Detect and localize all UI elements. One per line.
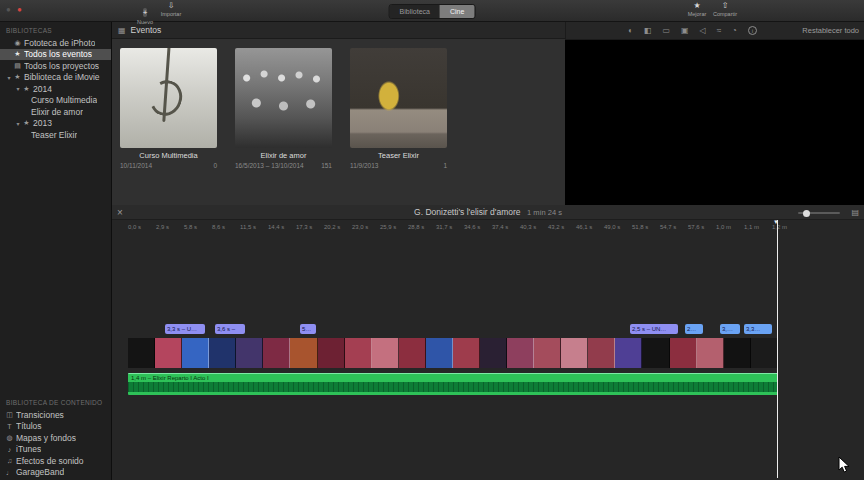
zoom-slider[interactable] — [798, 212, 840, 214]
sidebar-item-label: Mapas y fondos — [16, 433, 76, 443]
timeline-panel: × G. Donizetti's l'elisir d'amore 1 mín … — [112, 205, 864, 480]
clip-thumbnail[interactable] — [182, 338, 209, 368]
ruler-label: 2,9 s — [156, 224, 169, 230]
clip-thumbnail[interactable] — [263, 338, 290, 368]
clip-thumbnail[interactable] — [724, 338, 751, 368]
sidebar-item-todos-los-proyectos[interactable]: ▤Todos los proyectos — [0, 60, 111, 72]
video-preview[interactable] — [565, 40, 864, 205]
sidebar-item-label: 2013 — [33, 118, 52, 128]
sidebar-item-fototeca-de-iphoto[interactable]: ◉Fototeca de iPhoto — [0, 37, 111, 49]
projects-icon: ▤ — [13, 62, 22, 70]
clip-thumbnail[interactable] — [155, 338, 182, 368]
sidebar-item-mapas-y-fondos[interactable]: ◍Mapas y fondos — [0, 432, 111, 444]
reset-all-button[interactable]: Restablecer todo — [802, 26, 859, 35]
sidebar-item-todos-los-eventos[interactable]: ★Todos los eventos — [0, 49, 111, 61]
clip-duration-label[interactable]: 3,6 s – — [215, 324, 245, 334]
clip-thumbnail[interactable] — [697, 338, 724, 368]
disclosure-icon[interactable]: ▾ — [14, 85, 22, 92]
clip-thumbnail[interactable] — [236, 338, 263, 368]
event-card-elixir-de-amor[interactable]: Elixir de amor16/5/2013 – 13/10/2014151 — [235, 48, 332, 169]
crop-icon[interactable]: ▭ — [662, 26, 670, 35]
camera-icon: ◉ — [13, 39, 22, 47]
clip-thumbnail[interactable] — [615, 338, 642, 368]
noise-reduction-icon[interactable]: ≈ — [717, 26, 721, 35]
clip-thumbnail[interactable] — [588, 338, 615, 368]
clip-thumbnail[interactable] — [318, 338, 345, 368]
clip-duration-label[interactable]: 3,3 s – U… — [165, 324, 205, 334]
sidebar-item-teaser-elixir[interactable]: Teaser Elixir — [0, 129, 111, 141]
star-icon: ★ — [22, 119, 31, 127]
ruler-label: 1,1 m — [744, 224, 759, 230]
sidebar-item-2014[interactable]: ▾★2014 — [0, 83, 111, 95]
color-balance-icon[interactable]: ◐ — [628, 26, 633, 35]
ruler-label: 37,4 s — [492, 224, 508, 230]
new-button[interactable]: + Nuevo — [131, 1, 159, 26]
clip-thumbnail[interactable] — [345, 338, 372, 368]
clip-duration-label[interactable]: 5… — [300, 324, 316, 334]
clip-thumbnail[interactable] — [534, 338, 561, 368]
event-thumbnail[interactable] — [120, 48, 217, 148]
clip-thumbnail[interactable] — [670, 338, 697, 368]
ruler-label: 40,3 s — [520, 224, 536, 230]
libraries-header: BIBLIOTECAS — [0, 22, 111, 37]
sidebar-item-biblioteca-de-imovie[interactable]: ▾★Biblioteca de iMovie — [0, 72, 111, 84]
event-date: 11/9/2013 — [350, 162, 378, 169]
sidebar-item-titulos[interactable]: TTítulos — [0, 421, 111, 433]
sidebar-item-curso-multimedia[interactable]: Curso Multimedia — [0, 95, 111, 107]
event-card-teaser-elixir[interactable]: Teaser Elixir11/9/20131 — [350, 48, 447, 169]
clip-thumbnail[interactable] — [642, 338, 669, 368]
import-button[interactable]: ⇩ Importar — [157, 1, 185, 18]
color-correction-icon[interactable]: ◧ — [644, 26, 652, 35]
sidebar-item-2013[interactable]: ▾★2013 — [0, 118, 111, 130]
grid-icon[interactable]: ▦ — [118, 26, 126, 35]
clip-thumbnail[interactable] — [751, 338, 778, 368]
timeline-ruler[interactable]: 0,0 s2,9 s5,8 s8,6 s11,5 s14,4 s17,3 s20… — [112, 220, 864, 233]
clip-thumbnail[interactable] — [372, 338, 399, 368]
mouse-cursor — [838, 456, 850, 478]
share-button[interactable]: ⇧ Compartir — [711, 1, 739, 18]
clip-duration-label[interactable]: 3,3… — [744, 324, 772, 334]
clip-thumbnail[interactable] — [128, 338, 155, 368]
sidebar-item-label: Títulos — [16, 421, 42, 431]
clip-thumbnail[interactable] — [426, 338, 453, 368]
event-count: 1 — [443, 162, 447, 169]
sidebar-item-itunes[interactable]: ♪iTunes — [0, 444, 111, 456]
info-icon[interactable]: i — [748, 26, 757, 35]
clip-thumbnail[interactable] — [507, 338, 534, 368]
event-thumbnail[interactable] — [235, 48, 332, 148]
disclosure-icon[interactable]: ▾ — [14, 120, 22, 127]
disclosure-icon[interactable]: ▾ — [5, 74, 13, 81]
settings-icon[interactable]: ▤ — [851, 206, 859, 219]
garageband-icon: ♩ — [5, 469, 14, 476]
sidebar-item-transiciones[interactable]: ◫Transiciones — [0, 409, 111, 421]
clip-thumbnail[interactable] — [209, 338, 236, 368]
event-thumbnail[interactable] — [350, 48, 447, 148]
clip-duration-label[interactable]: 2… — [685, 324, 703, 334]
audio-clip[interactable]: 1,4 m – Elixir Reparto I Acto I — [128, 373, 778, 395]
clip-duration-label[interactable]: 2,5 s – UN… — [630, 324, 678, 334]
import-icon: ⇩ — [157, 1, 185, 11]
enhance-button[interactable]: ★ Mejorar — [683, 1, 711, 18]
tab-biblioteca[interactable]: Biblioteca — [390, 5, 440, 18]
clip-duration-label[interactable]: 3,… — [720, 324, 740, 334]
clip-thumbnail[interactable] — [561, 338, 588, 368]
event-card-curso-multimedia[interactable]: Curso Multimedia10/11/20140 — [120, 48, 217, 169]
speed-icon[interactable]: ◔ — [732, 26, 737, 35]
volume-icon[interactable]: ◁ — [700, 26, 706, 35]
sidebar-item-garageband[interactable]: ♩GarageBand — [0, 467, 111, 479]
tab-cine[interactable]: Cine — [440, 5, 474, 18]
sidebar-item-label: Todos los proyectos — [24, 61, 99, 71]
star-icon: ★ — [22, 85, 31, 93]
sidebar-item-efectos-de-sonido[interactable]: ♫Efectos de sonido — [0, 455, 111, 467]
playhead[interactable] — [777, 220, 778, 478]
maps-icon: ◍ — [5, 434, 14, 442]
content-library-header: BIBLIOTECA DE CONTENIDO — [0, 394, 111, 409]
clip-thumbnail[interactable] — [290, 338, 317, 368]
stabilization-icon[interactable]: ▣ — [681, 26, 689, 35]
content-library-section: BIBLIOTECA DE CONTENIDO ◫TransicionesTTí… — [0, 394, 111, 478]
sidebar-item-elixir-de-amor[interactable]: Elixir de amor — [0, 106, 111, 118]
clip-thumbnail[interactable] — [480, 338, 507, 368]
clip-thumbnail[interactable] — [399, 338, 426, 368]
clip-thumbnail[interactable] — [453, 338, 480, 368]
zoom-slider-knob[interactable] — [803, 210, 810, 217]
